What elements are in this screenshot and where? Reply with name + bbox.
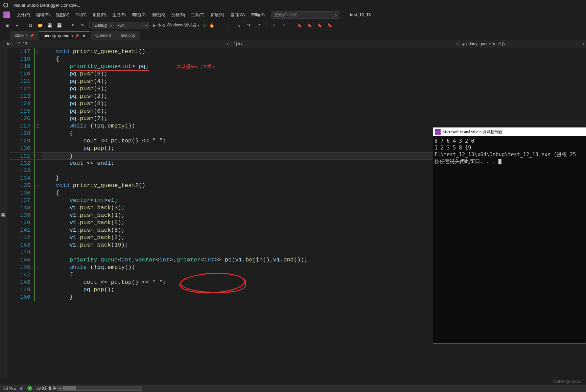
code-text[interactable]: pq.push(7); bbox=[42, 115, 586, 122]
menu-item[interactable]: 帮助(H) bbox=[248, 11, 267, 19]
tab[interactable]: stack.h📌 bbox=[10, 31, 39, 40]
close-icon[interactable]: ✕ bbox=[82, 33, 86, 38]
start-without-debug-button[interactable]: ▷ bbox=[204, 23, 207, 28]
save-all-button[interactable]: 💾 bbox=[55, 21, 63, 29]
zoom-level[interactable]: 73 % bbox=[3, 386, 13, 391]
watermark: CSDN @-Taco- bbox=[553, 379, 581, 384]
code-text[interactable]: pq.push(3); bbox=[42, 70, 586, 78]
open-button[interactable]: 📂 bbox=[36, 21, 44, 29]
nav-namespace[interactable]: { } lrx bbox=[230, 40, 460, 48]
menu-item[interactable]: 项目(P) bbox=[90, 11, 109, 19]
code-text[interactable]: pq.push(2); bbox=[42, 93, 586, 100]
redo-button[interactable]: ↷ bbox=[78, 21, 87, 29]
horizontal-scrollbar[interactable]: ◂ bbox=[57, 386, 142, 391]
menu-item[interactable]: 窗口(W) bbox=[228, 11, 248, 19]
menu-item[interactable]: 扩展(X) bbox=[208, 11, 227, 19]
nav-project[interactable]: ⬚ test_12_13 bbox=[0, 40, 230, 48]
platform-dropdown[interactable]: x64 bbox=[115, 22, 149, 29]
function-icon: ◈ bbox=[462, 42, 465, 46]
code-line[interactable]: 120 pq.push(3); bbox=[10, 70, 586, 78]
code-line[interactable]: 117− void prioriy_queue_test1() bbox=[10, 48, 586, 55]
debug-console-window: C\ Microsoft Visual Studio 调试控制台 8 7 6 4… bbox=[433, 127, 586, 344]
fold-icon[interactable]: − bbox=[36, 50, 39, 53]
tab[interactable]: priority_queue.h📌✕ bbox=[39, 31, 90, 40]
bookmark4-icon[interactable]: 🔖 bbox=[326, 21, 334, 29]
back-button[interactable]: ◉ bbox=[3, 21, 11, 29]
line-number: 139 bbox=[10, 212, 34, 219]
tab[interactable]: test.cpp bbox=[116, 31, 140, 40]
nav-function[interactable]: ◈ prioriy_queue_test1() bbox=[460, 40, 586, 48]
line-number: 129 bbox=[10, 137, 34, 145]
line-number: 125 bbox=[10, 108, 34, 115]
toolbox-sidebar[interactable]: 工具箱 bbox=[0, 40, 7, 378]
code-line[interactable]: 118 { bbox=[10, 55, 586, 63]
menu-item[interactable]: 分析(N) bbox=[169, 11, 188, 19]
menu-item[interactable]: Git(G) bbox=[73, 11, 89, 19]
menu-item[interactable]: 工具(T) bbox=[188, 11, 207, 19]
code-text[interactable]: pq.push(6); bbox=[42, 85, 586, 93]
code-text[interactable]: pq.push(4); bbox=[42, 78, 586, 85]
line-number: 130 bbox=[10, 145, 34, 152]
undo-button[interactable]: ↶ bbox=[69, 21, 77, 29]
status-ok-icon: ✓ bbox=[27, 386, 32, 391]
step-icon[interactable]: ⬚ bbox=[225, 21, 233, 29]
code-line[interactable]: 121 pq.push(4); bbox=[10, 78, 586, 85]
tab-label: priority_queue.h bbox=[44, 33, 73, 38]
line-number: 132 bbox=[10, 160, 34, 167]
code-line[interactable]: 126 pq.push(7); bbox=[10, 115, 586, 122]
code-line[interactable]: 125 pq.push(0); bbox=[10, 108, 586, 115]
search-icon: ⌕ bbox=[334, 13, 337, 17]
bookmark2-icon[interactable]: 🔖 bbox=[306, 21, 314, 29]
line-number: 128 bbox=[10, 130, 34, 137]
menu-item[interactable]: 测试(S) bbox=[149, 11, 168, 19]
zoom-arrow-icon[interactable]: ▴ bbox=[14, 386, 16, 391]
code-text[interactable]: { bbox=[42, 55, 586, 63]
uncomment-icon[interactable]: ≡ bbox=[280, 21, 288, 29]
fold-icon[interactable]: − bbox=[36, 184, 39, 187]
code-text[interactable]: void prioriy_queue_test1() bbox=[42, 48, 586, 55]
menu-item[interactable]: 文件(F) bbox=[14, 11, 33, 19]
line-number: 145 bbox=[10, 256, 34, 264]
code-text[interactable]: pq.push(8); bbox=[42, 100, 586, 108]
menu-item[interactable]: 视图(V) bbox=[53, 11, 72, 19]
step-into-icon[interactable]: ↘ bbox=[235, 21, 243, 29]
search-placeholder: 搜索 (Ctrl+Q) bbox=[274, 12, 298, 18]
new-file-button[interactable]: 🗋 bbox=[27, 21, 35, 29]
pin-icon[interactable]: 📌 bbox=[30, 34, 34, 38]
dropdown-icon[interactable]: ▾ bbox=[13, 21, 21, 29]
line-number: 148 bbox=[10, 279, 34, 286]
config-dropdown[interactable]: Debug bbox=[92, 22, 114, 29]
code-text[interactable]: pq.push(0); bbox=[42, 108, 586, 115]
step-out-icon[interactable]: ↗ bbox=[255, 21, 263, 29]
code-line[interactable]: 119 priority_queue<int> pq; 默认是less（大堆） bbox=[10, 63, 586, 70]
solution-name: test_12_13 bbox=[350, 13, 371, 17]
start-debug-button[interactable]: ▶ 本地 Windows 调试器 ▾ bbox=[150, 22, 202, 29]
console-titlebar[interactable]: C\ Microsoft Visual Studio 调试控制台 bbox=[433, 128, 586, 136]
code-text[interactable]: priority_queue<int> pq; 默认是less（大堆） bbox=[42, 63, 586, 70]
line-number: 123 bbox=[10, 93, 34, 100]
line-number: 136 bbox=[10, 189, 34, 197]
fold-icon[interactable]: − bbox=[36, 124, 39, 128]
scrollbar-thumb[interactable] bbox=[63, 386, 76, 390]
tab[interactable]: Queue.h bbox=[91, 31, 116, 40]
line-number: 146 bbox=[10, 264, 34, 271]
hot-reload-icon[interactable]: 🔥 bbox=[208, 21, 216, 29]
fold-icon[interactable]: − bbox=[36, 266, 39, 269]
menubar: 文件(F)编辑(E)视图(V)Git(G)项目(P)生成(B)调试(D)测试(S… bbox=[0, 10, 586, 20]
line-number: 143 bbox=[10, 241, 34, 249]
line-number: 117 bbox=[10, 48, 34, 55]
bookmark-icon[interactable]: 🔖 bbox=[296, 21, 304, 29]
search-input[interactable]: 搜索 (Ctrl+Q) ⌕ bbox=[272, 11, 339, 19]
save-button[interactable]: 💾 bbox=[46, 21, 54, 29]
window-title: Visual Studio Debugger Console... bbox=[13, 3, 80, 8]
code-line[interactable]: 124 pq.push(8); bbox=[10, 100, 586, 108]
pin-icon[interactable]: 📌 bbox=[75, 34, 79, 38]
menu-item[interactable]: 生成(B) bbox=[110, 11, 128, 19]
comment-icon[interactable]: ≡ bbox=[270, 21, 278, 29]
step-over-icon[interactable]: ↷ bbox=[245, 21, 253, 29]
bookmark3-icon[interactable]: 🔖 bbox=[316, 21, 324, 29]
menu-item[interactable]: 编辑(E) bbox=[33, 11, 52, 19]
code-line[interactable]: 122 pq.push(6); bbox=[10, 85, 586, 93]
menu-item[interactable]: 调试(D) bbox=[129, 11, 148, 19]
code-line[interactable]: 123 pq.push(2); bbox=[10, 93, 586, 100]
